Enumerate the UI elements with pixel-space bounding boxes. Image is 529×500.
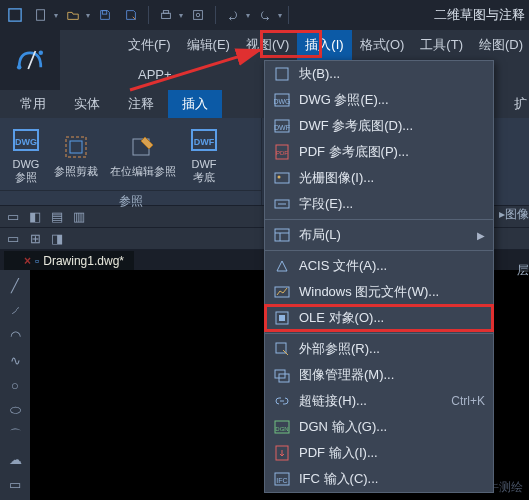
menu-item-dwf[interactable]: DWFDWF 参考底图(D)...: [265, 113, 493, 139]
line-tool-icon[interactable]: ╱: [3, 274, 27, 297]
svg-rect-2: [102, 11, 106, 15]
open-icon[interactable]: [62, 4, 84, 26]
menu-item-dgn[interactable]: DGNDGN 输入(G)...: [265, 414, 493, 440]
ribbon-edit-ref-button[interactable]: 在位编辑参照: [106, 129, 180, 180]
pdf-icon: PDF: [273, 143, 291, 161]
save-icon[interactable]: [94, 4, 116, 26]
svg-rect-23: [275, 173, 289, 183]
polyline-tool-icon[interactable]: ⟋: [3, 299, 27, 322]
menu-item-xref[interactable]: 外部参照(R)...: [265, 336, 493, 362]
circle-tool-icon[interactable]: ○: [3, 374, 27, 397]
app-menu-icon[interactable]: [4, 4, 26, 26]
menu-item-label: 块(B)...: [299, 65, 485, 83]
menu-draw[interactable]: 绘图(D): [471, 30, 529, 60]
tbtn-icon[interactable]: ▤: [48, 208, 66, 226]
arc-tool-icon[interactable]: ◠: [3, 324, 27, 347]
menu-item-pdfin[interactable]: PDF 输入(I)...: [265, 440, 493, 466]
ribbon-ref-clip-button[interactable]: 参照剪裁: [50, 129, 102, 180]
menu-item-label: 超链接(H)...: [299, 392, 443, 410]
ribbon-tab-entity[interactable]: 实体: [60, 90, 114, 118]
menu-edit[interactable]: 编辑(E): [179, 30, 238, 60]
menu-insert[interactable]: 插入(I): [297, 30, 351, 60]
menu-item-link[interactable]: 超链接(H)...Ctrl+K: [265, 388, 493, 414]
dwg-icon: DWG: [273, 91, 291, 109]
redo-icon[interactable]: [254, 4, 276, 26]
menu-tools[interactable]: 工具(T): [412, 30, 471, 60]
tbtn-icon[interactable]: ◧: [26, 208, 44, 226]
menu-format[interactable]: 格式(O): [352, 30, 413, 60]
menu-item-label: OLE 对象(O)...: [299, 309, 485, 327]
svg-text:DWF: DWF: [274, 124, 290, 131]
menu-item-label: DGN 输入(G)...: [299, 418, 485, 436]
submenu-arrow-icon: ▶: [477, 230, 485, 241]
rect-tool-icon[interactable]: ▭: [3, 473, 27, 496]
dwf-icon: DWF: [273, 117, 291, 135]
document-name: Drawing1.dwg*: [43, 254, 124, 268]
chevron-down-icon[interactable]: ▾: [54, 11, 58, 20]
app-plus-button[interactable]: APP+: [130, 63, 180, 86]
svg-point-24: [278, 176, 281, 179]
menu-item-ifc[interactable]: IFCIFC 输入(C)...: [265, 466, 493, 492]
menu-view[interactable]: 视图(V): [238, 30, 297, 60]
tbtn-icon[interactable]: ▭: [4, 208, 22, 226]
insert-menu-dropdown: 块(B)...DWGDWG 参照(E)...DWFDWF 参考底图(D)...P…: [264, 60, 494, 493]
ribbon-tab-annotate[interactable]: 注释: [114, 90, 168, 118]
svg-text:DWF: DWF: [194, 137, 215, 147]
tbtn-icon[interactable]: ▥: [70, 208, 88, 226]
svg-text:DGN: DGN: [275, 426, 288, 432]
menu-item-wmf[interactable]: Windows 图元文件(W)...: [265, 279, 493, 305]
menu-item-ole[interactable]: OLE 对象(O)...: [265, 305, 493, 331]
right-panel-labels: ▸图像 层: [489, 200, 529, 284]
tbtn-icon[interactable]: ⊞: [26, 230, 44, 248]
undo-icon[interactable]: [222, 4, 244, 26]
layout-icon: [273, 226, 291, 244]
document-tab[interactable]: × ▫ Drawing1.dwg*: [4, 251, 134, 271]
chevron-down-icon[interactable]: ▾: [86, 11, 90, 20]
menu-item-label: 字段(E)...: [299, 195, 485, 213]
menu-file[interactable]: 文件(F): [120, 30, 179, 60]
print-icon[interactable]: [155, 4, 177, 26]
svg-text:IFC: IFC: [276, 477, 287, 484]
menu-bar: 文件(F) 编辑(E) 视图(V) 插入(I) 格式(O) 工具(T) 绘图(D…: [60, 30, 529, 60]
menu-item-imgmgr[interactable]: 图像管理器(M)...: [265, 362, 493, 388]
menu-item-acis[interactable]: ACIS 文件(A)...: [265, 253, 493, 279]
arc2-tool-icon[interactable]: ⌒: [3, 423, 27, 446]
block-icon: [273, 65, 291, 83]
ribbon-tab-common[interactable]: 常用: [6, 90, 60, 118]
chevron-down-icon[interactable]: ▾: [179, 11, 183, 20]
imgmgr-icon: [273, 366, 291, 384]
svg-rect-26: [275, 229, 289, 241]
saveas-icon[interactable]: [120, 4, 142, 26]
tbtn-icon[interactable]: ◨: [48, 230, 66, 248]
svg-rect-11: [66, 137, 86, 157]
link-icon: [273, 392, 291, 410]
menu-item-img[interactable]: 光栅图像(I)...: [265, 165, 493, 191]
menu-item-dwg[interactable]: DWGDWG 参照(E)...: [265, 87, 493, 113]
tbtn-icon[interactable]: ▭: [4, 230, 22, 248]
svg-text:PDF: PDF: [276, 150, 288, 156]
svg-rect-3: [162, 13, 171, 18]
left-toolbar: ╱ ⟋ ◠ ∿ ○ ⬭ ⌒ ☁ ▭: [0, 270, 30, 500]
svg-point-8: [39, 51, 44, 56]
spline-tool-icon[interactable]: ∿: [3, 349, 27, 372]
svg-rect-5: [194, 11, 203, 20]
workspace-selector[interactable]: 二维草图与注释: [434, 6, 525, 24]
ribbon-dwg-ref-button[interactable]: DWG DWG参照: [6, 122, 46, 186]
menu-item-layout[interactable]: 布局(L)▶: [265, 222, 493, 248]
ellipse-tool-icon[interactable]: ⬭: [3, 398, 27, 421]
ribbon-dwf-ref-button[interactable]: DWF DWF考底: [184, 122, 224, 186]
new-icon[interactable]: [30, 4, 52, 26]
svg-rect-16: [276, 68, 288, 80]
svg-rect-4: [163, 11, 168, 14]
file-icon: ▫: [35, 254, 39, 268]
svg-rect-29: [279, 315, 285, 321]
preview-icon[interactable]: [187, 4, 209, 26]
ribbon-tab-insert[interactable]: 插入: [168, 90, 222, 118]
menu-item-pdf[interactable]: PDFPDF 参考底图(P)...: [265, 139, 493, 165]
chevron-down-icon[interactable]: ▾: [278, 11, 282, 20]
cloud-tool-icon[interactable]: ☁: [3, 448, 27, 471]
chevron-down-icon[interactable]: ▾: [246, 11, 250, 20]
close-tab-icon[interactable]: ×: [24, 254, 31, 268]
menu-item-field[interactable]: 字段(E)...: [265, 191, 493, 217]
menu-item-block[interactable]: 块(B)...: [265, 61, 493, 87]
